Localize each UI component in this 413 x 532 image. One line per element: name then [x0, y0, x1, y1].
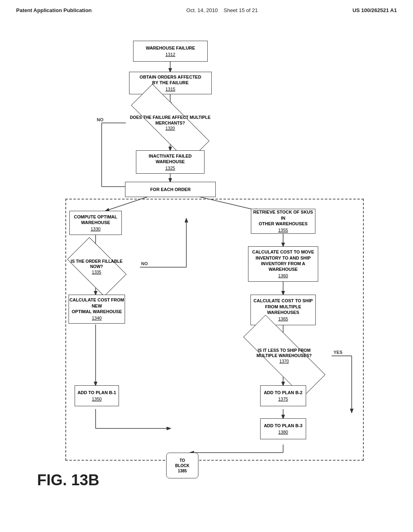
add-plan-b2-box: ADD TO PLAN B-2 1375 [260, 385, 306, 406]
obtain-orders-box: OBTAIN ORDERS AFFECTED BY THE FAILURE 13… [129, 72, 212, 94]
to-block-box: TO BLOCK 1385 [166, 453, 198, 478]
header-right: US 100/262521 A1 [353, 7, 397, 13]
inactivate-box: INACTIVATE FAILED WAREHOUSE 1325 [136, 150, 204, 174]
order-fillable-diamond: IS THE ORDER FILLABLE NOW? 1335 [65, 248, 128, 285]
for-each-order-box: FOR EACH ORDER [125, 182, 216, 197]
is-less-ship-diamond: IS IT LESS TO SHIP FROM MULTIPLE WAREHOU… [235, 338, 334, 374]
page-header: Patent Application Publication Oct. 14, … [0, 0, 413, 13]
dashed-border [65, 199, 364, 461]
add-plan-b3-box: ADD TO PLAN B-3 1380 [260, 418, 306, 439]
retrieve-stock-box: RETRIEVE STOCK OF SKUS IN OTHER WAREHOUS… [251, 209, 315, 234]
warehouse-failure-box: WAREHOUSE FAILURE 1312 [133, 41, 208, 62]
calc-cost-move-box: CALCULATE COST TO MOVE INVENTORY TO AND … [248, 246, 318, 282]
compute-optimal-box: COMPUTE OPTIMAL WAREHOUSE 1330 [69, 211, 122, 235]
fig-label: FIG. 13B [37, 472, 99, 489]
diagram-area: NO YES YES NO YES NO WAREHOUSE FAILURE 1… [33, 25, 380, 501]
header-left: Patent Application Publication [16, 7, 92, 13]
calc-cost-new-box: CALCULATE COST FROM NEW OPTIMAL WAREHOUS… [69, 295, 125, 324]
svg-text:NO: NO [97, 117, 104, 122]
header-center: Oct. 14, 2010 Sheet 15 of 21 [186, 7, 258, 13]
failure-affect-diamond: DOES THE FAILURE AFFECT MULTIPLE MERCHAN… [110, 104, 231, 142]
add-plan-b1-box: ADD TO PLAN B-1 1350 [75, 385, 119, 406]
